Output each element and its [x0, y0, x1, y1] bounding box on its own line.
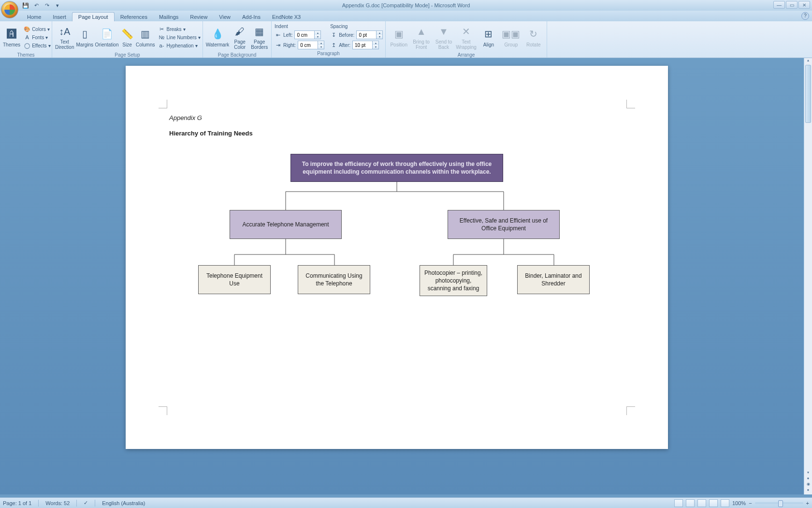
view-outline[interactable] [709, 499, 718, 507]
text-wrapping-icon: ✕ [459, 25, 473, 38]
document-subtitle: Hierarchy of Training Needs [169, 130, 253, 137]
scroll-up[interactable]: ▴ [804, 58, 812, 65]
view-draft[interactable] [721, 499, 729, 507]
undo-button[interactable]: ↶ [32, 1, 41, 10]
theme-colors[interactable]: 🎨Colors ▾ [22, 25, 52, 33]
send-back-icon: ▼ [437, 25, 450, 38]
qat-customize[interactable]: ▾ [53, 1, 62, 10]
spacing-after-input[interactable]: ▴▾ [352, 41, 379, 49]
theme-effects[interactable]: ◯Effects ▾ [22, 42, 52, 49]
page-borders-icon: ▦ [253, 25, 266, 38]
group-arrange-label: Arrange [389, 52, 544, 58]
indent-heading: Indent [275, 24, 324, 29]
page-borders-button[interactable]: ▦Page Borders [251, 22, 269, 52]
tab-references[interactable]: References [115, 13, 153, 21]
zoom-slider[interactable] [755, 502, 803, 504]
hyphenation-button[interactable]: a-Hyphenation ▾ [157, 42, 202, 49]
columns-button[interactable]: ▥Columns [136, 22, 155, 52]
size-button[interactable]: 📏Size [120, 22, 134, 52]
align-button[interactable]: ⊞Align [478, 22, 499, 52]
next-page[interactable]: ● [804, 488, 812, 494]
tab-endnote[interactable]: EndNote X3 [266, 13, 306, 21]
ribbon-tabs: Home Insert Page Layout References Maili… [0, 11, 812, 21]
hierarchy-leaf-3: Photocopier – printing, photocopying, sc… [420, 265, 487, 296]
page-color-button[interactable]: 🖌Page Color [231, 22, 249, 52]
line-numbers-button[interactable]: №Line Numbers ▾ [157, 33, 202, 41]
zoom-out[interactable]: − [749, 500, 752, 506]
margins-icon: ▯ [78, 28, 91, 41]
group-paragraph-label: Paragraph [275, 51, 382, 57]
indent-right-input[interactable]: ▴▾ [298, 41, 324, 49]
crop-mark [626, 406, 635, 415]
text-wrapping-button: ✕Text Wrapping [456, 22, 477, 52]
diagram-connectors [160, 153, 634, 356]
watermark-button[interactable]: 💧Watermark [206, 22, 229, 52]
text-direction[interactable]: ↕AText Direction [55, 22, 74, 52]
hierarchy-branch-1: Accurate Telephone Management [230, 210, 342, 239]
hierarchy-leaf-1: Telephone Equipment Use [198, 265, 271, 294]
align-icon: ⊞ [482, 28, 495, 41]
page[interactable]: Appendix G Hierarchy of Training Needs [126, 66, 668, 449]
themes-icon: 🅰 [5, 28, 18, 41]
spacing-after-icon: ↥ [330, 42, 337, 48]
group-page-background-label: Page Background [206, 52, 268, 58]
hierarchy-root: To improve the efficiency of work throug… [290, 154, 503, 182]
margins-button[interactable]: ▯Margins [76, 22, 93, 52]
send-back-button: ▼Send to Back [434, 22, 454, 52]
status-proofing-icon[interactable]: ✓ [84, 500, 88, 506]
spacing-before-input[interactable]: ▴▾ [356, 30, 383, 39]
group-icon: ▣▣ [504, 28, 518, 41]
spacing-heading: Spacing [330, 24, 383, 29]
orientation-icon: 📄 [100, 28, 114, 41]
status-words[interactable]: Words: 52 [45, 500, 70, 506]
view-web-layout[interactable] [697, 499, 706, 507]
indent-left-icon: ⇤ [275, 31, 281, 38]
theme-fonts[interactable]: AFonts ▾ [22, 33, 52, 41]
scroll-thumb[interactable] [805, 65, 811, 123]
zoom-in[interactable]: + [806, 500, 809, 506]
indent-left-input[interactable]: ▴▾ [294, 30, 321, 39]
tab-home[interactable]: Home [21, 13, 47, 21]
tab-review[interactable]: Review [184, 13, 213, 21]
save-button[interactable]: 💾 [21, 1, 30, 10]
group-page-setup-label: Page Setup [55, 52, 200, 58]
tab-view[interactable]: View [213, 13, 236, 21]
restore-button[interactable]: ▭ [786, 1, 798, 9]
position-button: ▣Position [389, 22, 409, 52]
tab-page-layout[interactable]: Page Layout [72, 12, 115, 21]
rotate-button: ↻Rotate [523, 22, 544, 52]
minimize-button[interactable]: — [773, 1, 785, 9]
office-button[interactable] [1, 1, 18, 18]
columns-icon: ▥ [139, 28, 152, 41]
status-bar: Page: 1 of 1 Words: 52 ✓ English (Austra… [0, 497, 812, 508]
bring-front-icon: ▲ [415, 25, 428, 38]
hierarchy-diagram: To improve the efficiency of work throug… [160, 153, 634, 356]
status-page[interactable]: Page: 1 of 1 [3, 500, 31, 506]
view-full-screen[interactable] [686, 499, 695, 507]
watermark-icon: 💧 [211, 28, 224, 41]
help-button[interactable]: ? [801, 12, 809, 20]
bring-front-button: ▲Bring to Front [411, 22, 431, 52]
status-language[interactable]: English (Australia) [102, 500, 145, 506]
document-header: Appendix G [169, 114, 202, 121]
ribbon: 🅰Themes 🎨Colors ▾ AFonts ▾ ◯Effects ▾ Th… [0, 21, 812, 58]
close-button[interactable]: ✕ [798, 1, 810, 9]
view-print-layout[interactable] [674, 499, 683, 507]
tab-mailings[interactable]: Mailings [153, 13, 184, 21]
orientation-button[interactable]: 📄Orientation [95, 22, 118, 52]
rotate-icon: ↻ [527, 28, 540, 41]
breaks-button[interactable]: ✂Breaks ▾ [157, 25, 202, 33]
spacing-before-icon: ↧ [330, 31, 337, 38]
tab-insert[interactable]: Insert [47, 13, 72, 21]
redo-button[interactable]: ↷ [43, 1, 51, 10]
position-icon: ▣ [392, 28, 406, 41]
colors-icon: 🎨 [24, 26, 30, 32]
crop-mark [159, 406, 167, 415]
themes-button[interactable]: 🅰Themes [3, 22, 20, 52]
fonts-icon: A [24, 34, 30, 41]
zoom-level[interactable]: 100% [732, 500, 746, 506]
vertical-scrollbar[interactable]: ▴ ▾ ● ◉ ● [804, 58, 812, 494]
effects-icon: ◯ [24, 42, 30, 49]
tab-addins[interactable]: Add-Ins [236, 13, 266, 21]
hierarchy-leaf-2: Communicating Using the Telephone [298, 265, 370, 294]
